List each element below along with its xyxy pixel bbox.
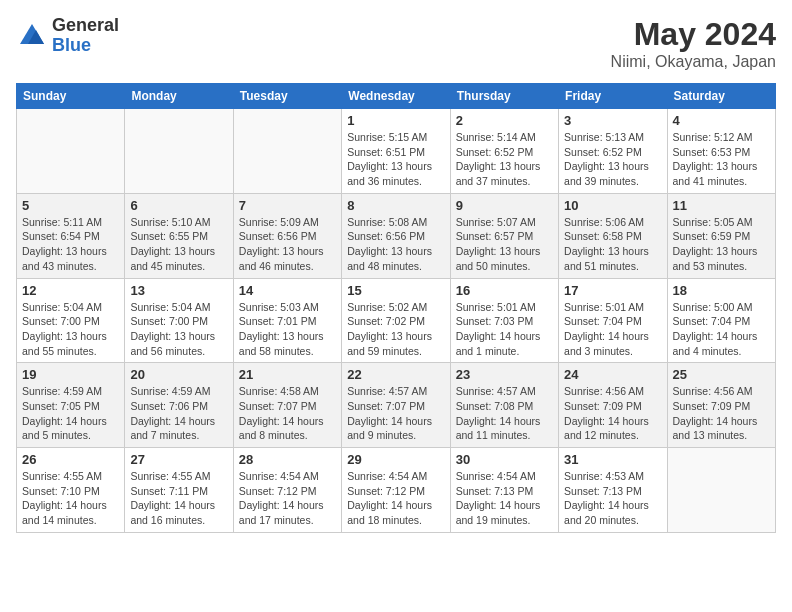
- day-number: 2: [456, 113, 553, 128]
- calendar-cell: 10Sunrise: 5:06 AM Sunset: 6:58 PM Dayli…: [559, 193, 667, 278]
- logo-text: General Blue: [52, 16, 119, 56]
- calendar-cell: 2Sunrise: 5:14 AM Sunset: 6:52 PM Daylig…: [450, 109, 558, 194]
- day-info: Sunrise: 4:59 AM Sunset: 7:06 PM Dayligh…: [130, 384, 227, 443]
- logo: General Blue: [16, 16, 119, 56]
- day-number: 8: [347, 198, 444, 213]
- day-header-wednesday: Wednesday: [342, 84, 450, 109]
- calendar-week-3: 12Sunrise: 5:04 AM Sunset: 7:00 PM Dayli…: [17, 278, 776, 363]
- day-info: Sunrise: 5:01 AM Sunset: 7:03 PM Dayligh…: [456, 300, 553, 359]
- day-info: Sunrise: 5:04 AM Sunset: 7:00 PM Dayligh…: [22, 300, 119, 359]
- calendar-cell: [233, 109, 341, 194]
- calendar-cell: 24Sunrise: 4:56 AM Sunset: 7:09 PM Dayli…: [559, 363, 667, 448]
- day-number: 19: [22, 367, 119, 382]
- day-info: Sunrise: 5:06 AM Sunset: 6:58 PM Dayligh…: [564, 215, 661, 274]
- day-number: 10: [564, 198, 661, 213]
- day-number: 3: [564, 113, 661, 128]
- page-header: General Blue May 2024 Niimi, Okayama, Ja…: [16, 16, 776, 71]
- day-number: 9: [456, 198, 553, 213]
- day-number: 15: [347, 283, 444, 298]
- day-info: Sunrise: 5:03 AM Sunset: 7:01 PM Dayligh…: [239, 300, 336, 359]
- day-info: Sunrise: 4:54 AM Sunset: 7:12 PM Dayligh…: [347, 469, 444, 528]
- day-number: 29: [347, 452, 444, 467]
- calendar-cell: 25Sunrise: 4:56 AM Sunset: 7:09 PM Dayli…: [667, 363, 775, 448]
- day-info: Sunrise: 5:00 AM Sunset: 7:04 PM Dayligh…: [673, 300, 770, 359]
- calendar-cell: 30Sunrise: 4:54 AM Sunset: 7:13 PM Dayli…: [450, 448, 558, 533]
- day-header-tuesday: Tuesday: [233, 84, 341, 109]
- calendar-body: 1Sunrise: 5:15 AM Sunset: 6:51 PM Daylig…: [17, 109, 776, 533]
- calendar-header: SundayMondayTuesdayWednesdayThursdayFrid…: [17, 84, 776, 109]
- calendar-cell: 14Sunrise: 5:03 AM Sunset: 7:01 PM Dayli…: [233, 278, 341, 363]
- day-number: 31: [564, 452, 661, 467]
- day-info: Sunrise: 4:59 AM Sunset: 7:05 PM Dayligh…: [22, 384, 119, 443]
- calendar-cell: [667, 448, 775, 533]
- day-number: 12: [22, 283, 119, 298]
- calendar-cell: 19Sunrise: 4:59 AM Sunset: 7:05 PM Dayli…: [17, 363, 125, 448]
- calendar-cell: 3Sunrise: 5:13 AM Sunset: 6:52 PM Daylig…: [559, 109, 667, 194]
- day-number: 6: [130, 198, 227, 213]
- calendar-cell: 15Sunrise: 5:02 AM Sunset: 7:02 PM Dayli…: [342, 278, 450, 363]
- day-info: Sunrise: 4:57 AM Sunset: 7:08 PM Dayligh…: [456, 384, 553, 443]
- calendar-cell: [17, 109, 125, 194]
- calendar-cell: 29Sunrise: 4:54 AM Sunset: 7:12 PM Dayli…: [342, 448, 450, 533]
- calendar-cell: 18Sunrise: 5:00 AM Sunset: 7:04 PM Dayli…: [667, 278, 775, 363]
- day-number: 22: [347, 367, 444, 382]
- day-number: 14: [239, 283, 336, 298]
- day-number: 24: [564, 367, 661, 382]
- calendar-cell: 6Sunrise: 5:10 AM Sunset: 6:55 PM Daylig…: [125, 193, 233, 278]
- calendar-week-5: 26Sunrise: 4:55 AM Sunset: 7:10 PM Dayli…: [17, 448, 776, 533]
- day-info: Sunrise: 5:01 AM Sunset: 7:04 PM Dayligh…: [564, 300, 661, 359]
- day-info: Sunrise: 5:05 AM Sunset: 6:59 PM Dayligh…: [673, 215, 770, 274]
- calendar-cell: 1Sunrise: 5:15 AM Sunset: 6:51 PM Daylig…: [342, 109, 450, 194]
- day-number: 30: [456, 452, 553, 467]
- day-number: 20: [130, 367, 227, 382]
- day-header-thursday: Thursday: [450, 84, 558, 109]
- day-info: Sunrise: 5:04 AM Sunset: 7:00 PM Dayligh…: [130, 300, 227, 359]
- day-number: 5: [22, 198, 119, 213]
- calendar-cell: 17Sunrise: 5:01 AM Sunset: 7:04 PM Dayli…: [559, 278, 667, 363]
- calendar-week-2: 5Sunrise: 5:11 AM Sunset: 6:54 PM Daylig…: [17, 193, 776, 278]
- day-info: Sunrise: 4:54 AM Sunset: 7:13 PM Dayligh…: [456, 469, 553, 528]
- calendar-week-1: 1Sunrise: 5:15 AM Sunset: 6:51 PM Daylig…: [17, 109, 776, 194]
- day-number: 7: [239, 198, 336, 213]
- logo-blue: Blue: [52, 36, 119, 56]
- day-number: 18: [673, 283, 770, 298]
- day-number: 28: [239, 452, 336, 467]
- day-header-friday: Friday: [559, 84, 667, 109]
- calendar-cell: 9Sunrise: 5:07 AM Sunset: 6:57 PM Daylig…: [450, 193, 558, 278]
- day-info: Sunrise: 5:02 AM Sunset: 7:02 PM Dayligh…: [347, 300, 444, 359]
- day-number: 1: [347, 113, 444, 128]
- calendar-cell: 5Sunrise: 5:11 AM Sunset: 6:54 PM Daylig…: [17, 193, 125, 278]
- day-info: Sunrise: 5:13 AM Sunset: 6:52 PM Dayligh…: [564, 130, 661, 189]
- day-number: 21: [239, 367, 336, 382]
- day-header-saturday: Saturday: [667, 84, 775, 109]
- day-number: 4: [673, 113, 770, 128]
- day-info: Sunrise: 5:07 AM Sunset: 6:57 PM Dayligh…: [456, 215, 553, 274]
- calendar-cell: 16Sunrise: 5:01 AM Sunset: 7:03 PM Dayli…: [450, 278, 558, 363]
- calendar-cell: 11Sunrise: 5:05 AM Sunset: 6:59 PM Dayli…: [667, 193, 775, 278]
- day-info: Sunrise: 4:56 AM Sunset: 7:09 PM Dayligh…: [564, 384, 661, 443]
- day-number: 23: [456, 367, 553, 382]
- days-of-week-row: SundayMondayTuesdayWednesdayThursdayFrid…: [17, 84, 776, 109]
- calendar-cell: 22Sunrise: 4:57 AM Sunset: 7:07 PM Dayli…: [342, 363, 450, 448]
- day-header-sunday: Sunday: [17, 84, 125, 109]
- calendar-cell: 31Sunrise: 4:53 AM Sunset: 7:13 PM Dayli…: [559, 448, 667, 533]
- calendar-cell: 13Sunrise: 5:04 AM Sunset: 7:00 PM Dayli…: [125, 278, 233, 363]
- day-info: Sunrise: 5:14 AM Sunset: 6:52 PM Dayligh…: [456, 130, 553, 189]
- day-info: Sunrise: 4:56 AM Sunset: 7:09 PM Dayligh…: [673, 384, 770, 443]
- calendar-cell: 4Sunrise: 5:12 AM Sunset: 6:53 PM Daylig…: [667, 109, 775, 194]
- calendar-cell: 26Sunrise: 4:55 AM Sunset: 7:10 PM Dayli…: [17, 448, 125, 533]
- calendar-cell: 23Sunrise: 4:57 AM Sunset: 7:08 PM Dayli…: [450, 363, 558, 448]
- day-number: 11: [673, 198, 770, 213]
- day-info: Sunrise: 5:10 AM Sunset: 6:55 PM Dayligh…: [130, 215, 227, 274]
- day-number: 16: [456, 283, 553, 298]
- calendar-cell: 20Sunrise: 4:59 AM Sunset: 7:06 PM Dayli…: [125, 363, 233, 448]
- day-info: Sunrise: 5:11 AM Sunset: 6:54 PM Dayligh…: [22, 215, 119, 274]
- day-number: 26: [22, 452, 119, 467]
- day-info: Sunrise: 5:12 AM Sunset: 6:53 PM Dayligh…: [673, 130, 770, 189]
- day-info: Sunrise: 4:57 AM Sunset: 7:07 PM Dayligh…: [347, 384, 444, 443]
- calendar-cell: 7Sunrise: 5:09 AM Sunset: 6:56 PM Daylig…: [233, 193, 341, 278]
- calendar-table: SundayMondayTuesdayWednesdayThursdayFrid…: [16, 83, 776, 533]
- calendar-cell: [125, 109, 233, 194]
- calendar-cell: 8Sunrise: 5:08 AM Sunset: 6:56 PM Daylig…: [342, 193, 450, 278]
- logo-general: General: [52, 16, 119, 36]
